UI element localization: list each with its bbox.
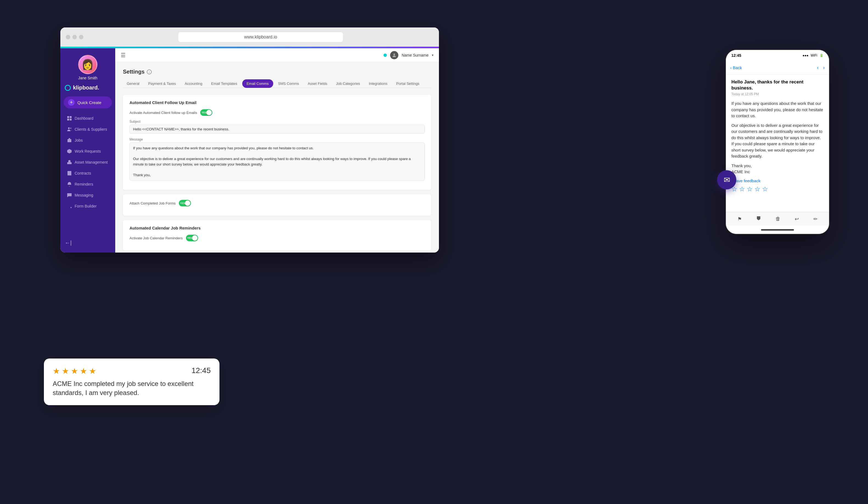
rating-text: ACME Inc completed my job service to exc… <box>53 379 211 397</box>
toggle-yes-label: YES <box>187 236 192 239</box>
svg-point-5 <box>70 128 71 129</box>
contracts-icon <box>67 171 72 176</box>
tab-accounting[interactable]: Accounting <box>181 79 206 88</box>
sidebar-item-label: Reminders <box>75 182 93 187</box>
svg-rect-6 <box>68 139 71 142</box>
message-fab-icon: ✉ <box>724 175 730 184</box>
sidebar-item-label: Asset Management <box>75 160 108 164</box>
user-avatar-small <box>390 51 398 59</box>
rating-star-5: ★ <box>89 366 96 376</box>
attach-forms-row: Attach Completed Job Forms YES <box>130 200 425 206</box>
compose-icon[interactable]: ✏ <box>814 216 817 222</box>
sidebar-item-asset-management[interactable]: Asset Management <box>63 157 113 168</box>
avatar: 👩 <box>78 55 97 74</box>
auto-follow-up-title: Automated Client Follow Up Email <box>130 100 425 105</box>
tab-job-categories[interactable]: Job Categories <box>332 79 364 88</box>
sidebar-item-work-requests[interactable]: Work Requests <box>63 146 113 157</box>
sidebar-item-jobs[interactable]: Jobs <box>63 135 113 145</box>
signal-icon: ●●● <box>803 53 808 57</box>
calendar-reminders-label: Activate Job Calendar Reminders <box>130 236 183 240</box>
leave-feedback-link[interactable]: Leave feedback <box>731 179 824 183</box>
sidebar-item-reminders[interactable]: Reminders <box>63 179 113 189</box>
sidebar-item-label: Contracts <box>75 171 91 175</box>
sidebar-item-form-builder[interactable]: Form Builder <box>63 201 113 211</box>
feedback-stars: ☆ ☆ ☆ ☆ ☆ <box>731 185 824 193</box>
reply-icon[interactable]: ↩ <box>795 216 799 222</box>
trash-icon[interactable]: 🗑 <box>776 216 781 222</box>
top-bar-username: Name Surname <box>402 53 428 57</box>
star-2[interactable]: ☆ <box>739 185 745 193</box>
tab-email-templates[interactable]: Email Templates <box>207 79 241 88</box>
sidebar: 👩 Jane Smith klipboard. + Quick Create D… <box>60 48 115 253</box>
phone-message-3: Thank you,ACME Inc <box>731 163 824 175</box>
sidebar-item-clients[interactable]: Clients & Suppliers <box>63 124 113 134</box>
sidebar-item-dashboard[interactable]: Dashboard <box>63 113 113 123</box>
star-5[interactable]: ☆ <box>762 185 768 193</box>
phone-status-bar: 12:45 ●●● WiFi 🔋 <box>726 50 829 61</box>
tab-general[interactable]: General <box>123 79 143 88</box>
toggle-knob <box>192 235 197 241</box>
message-fab-button[interactable]: ✉ <box>717 170 736 189</box>
sidebar-item-label: Clients & Suppliers <box>75 127 107 131</box>
message-field: Message If you have any questions about … <box>130 138 425 181</box>
main-content: ☰ Name Surname ▾ Settings i General <box>115 48 439 253</box>
phone-nav-bar: ‹ Back ‹ › <box>726 61 829 75</box>
browser-dots <box>66 35 83 39</box>
hamburger-menu-icon[interactable]: ☰ <box>121 52 126 59</box>
rating-star-4: ★ <box>80 366 87 376</box>
sidebar-item-contracts[interactable]: Contracts <box>63 168 113 179</box>
back-label: Back <box>733 65 742 70</box>
rating-time: 12:45 <box>192 366 211 375</box>
info-icon[interactable]: i <box>147 69 152 74</box>
tab-sms-comms[interactable]: SMS Comms <box>274 79 303 88</box>
phone-bottom-toolbar: ⚑ ⛊ 🗑 ↩ ✏ <box>726 212 829 226</box>
svg-point-9 <box>71 207 72 208</box>
phone-body: Hello Jane, thanks for the recent busine… <box>726 75 829 212</box>
dashboard-icon <box>67 116 72 121</box>
subject-input[interactable] <box>130 125 425 134</box>
tab-payment-taxes[interactable]: Payment & Taxes <box>144 79 180 88</box>
message-textarea[interactable]: If you have any questions about the work… <box>130 142 425 181</box>
wifi-icon: WiFi <box>811 53 817 57</box>
auto-follow-up-section: Automated Client Follow Up Email Activat… <box>123 95 431 190</box>
phone-mockup: 12:45 ●●● WiFi 🔋 ‹ Back ‹ › Hello Jane, … <box>725 49 829 234</box>
browser-chrome: www.klipboard.io <box>60 28 439 47</box>
attach-forms-toggle[interactable]: YES <box>179 200 191 206</box>
quick-create-button[interactable]: + Quick Create <box>64 97 112 109</box>
star-3[interactable]: ☆ <box>747 185 753 193</box>
sidebar-item-messaging[interactable]: Messaging <box>63 190 113 200</box>
phone-nav-arrows: ‹ › <box>817 65 825 71</box>
rating-star-2: ★ <box>62 366 69 376</box>
tab-portal-settings[interactable]: Portal Settings <box>392 79 423 88</box>
settings-header: Settings i <box>123 69 431 75</box>
calendar-reminders-title: Automated Calendar Job Reminders <box>130 226 425 230</box>
next-arrow-icon[interactable]: › <box>823 65 825 71</box>
user-menu-chevron-icon[interactable]: ▾ <box>432 53 433 57</box>
sidebar-item-label: Messaging <box>75 193 93 198</box>
tab-asset-fields[interactable]: Asset Fields <box>304 79 331 88</box>
dot-red <box>66 35 70 39</box>
star-4[interactable]: ☆ <box>754 185 761 193</box>
jobs-icon <box>67 138 72 143</box>
tab-email-comms[interactable]: Email Comms <box>242 79 273 88</box>
user-icon <box>392 53 397 58</box>
folder-icon[interactable]: ⛊ <box>756 216 761 222</box>
quick-create-label: Quick Create <box>78 100 102 105</box>
flag-icon[interactable]: ⚑ <box>737 216 742 222</box>
calendar-reminders-row: Activate Job Calendar Reminders YES <box>130 235 425 241</box>
sidebar-bottom: ←| <box>60 238 115 248</box>
chevron-left-icon: ‹ <box>730 65 732 70</box>
collapse-sidebar-button[interactable]: ←| <box>65 240 72 246</box>
svg-point-4 <box>68 127 70 129</box>
subject-label: Subject <box>130 120 425 123</box>
phone-back-button[interactable]: ‹ Back <box>730 65 742 70</box>
activate-follow-up-toggle[interactable]: YES <box>200 109 212 116</box>
sidebar-item-label: Jobs <box>75 138 83 142</box>
prev-arrow-icon[interactable]: ‹ <box>817 65 819 71</box>
calendar-reminders-toggle[interactable]: YES <box>186 235 198 241</box>
tab-integrations[interactable]: Integrations <box>365 79 391 88</box>
phone-greeting: Hello Jane, thanks for the recent busine… <box>731 79 824 91</box>
sidebar-logo: klipboard. <box>60 82 115 97</box>
address-bar[interactable]: www.klipboard.io <box>178 32 343 42</box>
rating-star-3: ★ <box>71 366 78 376</box>
